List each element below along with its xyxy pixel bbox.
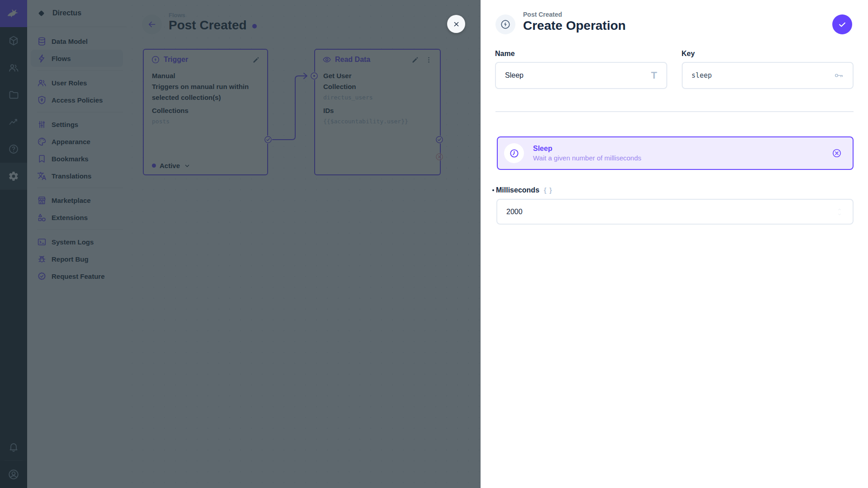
name-input-value: Sleep [505,71,524,80]
milliseconds-field-label-row: Milliseconds { } [492,186,553,194]
name-input[interactable]: Sleep T [495,62,667,89]
raw-value-braces-icon[interactable]: { } [544,187,553,194]
create-operation-drawer: Post Created Create Operation Name Sleep… [481,0,868,488]
name-field-label: Name [495,50,667,58]
drawer-divider [495,111,854,112]
key-field-label: Key [682,50,854,58]
circle-x-icon [832,148,842,158]
clock-icon [509,148,519,159]
drawer-title: Create Operation [523,19,626,33]
bolt-circle-icon [500,19,511,30]
drawer-header-icon-button[interactable] [495,14,515,34]
check-icon [838,20,847,29]
selected-operation-card[interactable]: Sleep Wait a given number of millisecond… [497,136,854,170]
drawer-backdrop[interactable] [0,0,481,488]
operation-type-badge [504,143,524,163]
key-input-value: sleep [692,71,712,80]
save-button[interactable] [832,14,852,34]
close-drawer-button[interactable] [447,15,465,33]
milliseconds-input-value: 2000 [506,208,523,216]
required-dot [492,189,494,191]
stepper-up-icon[interactable] [836,207,843,211]
operation-type-subtitle: Wait a given number of milliseconds [533,154,642,162]
key-icon [834,70,844,80]
number-stepper [836,207,843,216]
deselect-operation-button[interactable] [832,148,842,158]
close-icon [453,20,460,28]
text-format-icon: T [651,70,657,81]
milliseconds-input[interactable]: 2000 [496,199,854,225]
milliseconds-field-label: Milliseconds [496,186,539,194]
name-field-group: Name Sleep T [495,50,667,89]
operation-type-title: Sleep [533,145,642,153]
drawer-breadcrumb: Post Created [523,11,562,18]
key-input[interactable]: sleep [682,62,854,89]
key-field-group: Key sleep [682,50,854,89]
stepper-down-icon[interactable] [836,212,843,216]
